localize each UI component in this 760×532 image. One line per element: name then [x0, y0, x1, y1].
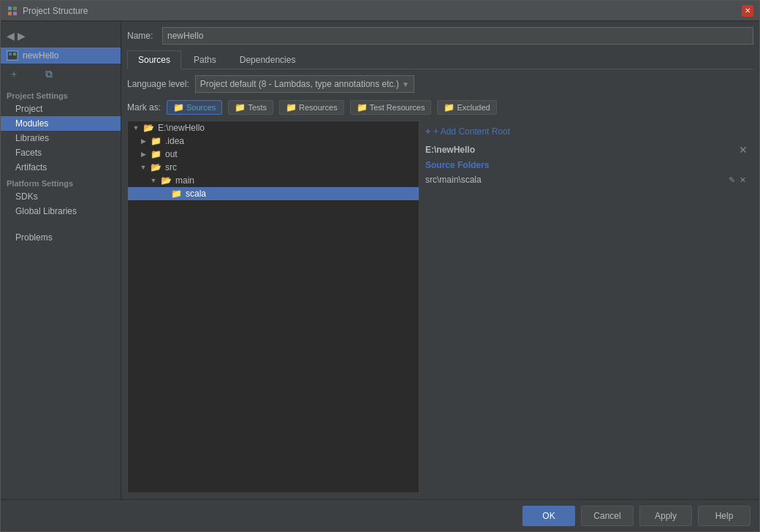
folder-out-icon: 📁 — [150, 149, 162, 159]
folder-main-icon: 📂 — [160, 175, 172, 186]
sidebar-item-problems[interactable]: Problems — [1, 230, 121, 245]
bottom-bar: OK Cancel Apply Help — [1, 499, 759, 531]
sidebar-item-global-libraries[interactable]: Global Libraries — [1, 204, 121, 218]
name-label: Name: — [127, 31, 156, 41]
platform-settings-header: Platform Settings — [1, 175, 121, 189]
close-button[interactable]: ✕ — [742, 5, 753, 17]
sidebar-toolbar: ◀ ▶ — [1, 27, 121, 48]
tree-label-out: out — [165, 149, 178, 159]
titlebar: Project Structure ✕ — [1, 1, 759, 21]
svg-rect-2 — [8, 12, 12, 15]
sidebar: ◀ ▶ newHello + − ⧉ — [1, 21, 121, 499]
project-settings-header: Project Settings — [1, 87, 121, 102]
expand-src-icon[interactable]: ▼ — [138, 162, 148, 172]
dropdown-arrow-icon: ▼ — [402, 80, 409, 88]
tree-label-src: src — [165, 162, 177, 172]
mark-sources-button[interactable]: 📁 Sources — [167, 100, 222, 115]
mark-as-row: Mark as: 📁 Sources 📁 Tests 📁 Resources 📁… — [127, 100, 753, 115]
tab-dependencies[interactable]: Dependencies — [229, 50, 307, 69]
sidebar-item-modules[interactable]: Modules — [1, 116, 121, 131]
main-content: ◀ ▶ newHello + − ⧉ — [1, 21, 759, 499]
mark-resources-button[interactable]: 📁 Resources — [279, 100, 344, 115]
tree-label-main: main — [175, 175, 194, 186]
remove-module-button[interactable]: − — [24, 66, 39, 81]
sidebar-item-libraries[interactable]: Libraries — [1, 131, 121, 145]
expand-root-icon[interactable]: ▼ — [131, 123, 141, 133]
module-name: newHello — [23, 50, 58, 61]
content-root-name: E:\newHello — [425, 145, 475, 155]
content-root-close-button[interactable]: ✕ — [739, 144, 748, 156]
content-split: ▼ 📂 E:\newHello ▶ 📁 .idea ▶ 📁 out — [127, 121, 753, 493]
language-level-row: Language level: Project default (8 - Lam… — [127, 75, 753, 93]
cancel-button[interactable]: Cancel — [581, 506, 634, 526]
mark-as-label: Mark as: — [127, 102, 161, 113]
name-row: Name: — [127, 27, 753, 45]
folder-idea-icon: 📁 — [150, 136, 162, 146]
mark-test-resources-button[interactable]: 📁 Test Resources — [350, 100, 432, 115]
source-folder-item: src\main\scala ✎ ✕ — [425, 173, 748, 186]
plus-icon: + — [425, 126, 430, 137]
folder-excluded-icon: 📁 — [444, 102, 455, 113]
sidebar-item-project[interactable]: Project — [1, 102, 121, 116]
window-icon — [7, 5, 18, 17]
svg-rect-0 — [8, 7, 12, 10]
name-input[interactable] — [162, 27, 753, 45]
tree-label-root: E:\newHello — [158, 123, 205, 133]
sidebar-item-facets[interactable]: Facets — [1, 145, 121, 160]
svg-rect-1 — [13, 7, 17, 10]
ok-button[interactable]: OK — [522, 506, 575, 526]
module-icon — [7, 50, 18, 61]
svg-rect-3 — [13, 12, 17, 15]
sidebar-item-sdks[interactable]: SDKs — [1, 189, 121, 204]
tree-label-scala: scala — [186, 189, 206, 199]
folder-sources-icon: 📁 — [173, 102, 184, 113]
source-folder-actions: ✎ ✕ — [727, 175, 748, 185]
project-structure-window: Project Structure ✕ ◀ ▶ newHell — [0, 0, 760, 532]
tree-item-main[interactable]: ▼ 📂 main — [128, 174, 419, 187]
expand-out-icon[interactable]: ▶ — [138, 149, 148, 159]
mark-excluded-button[interactable]: 📁 Excluded — [437, 100, 496, 115]
forward-icon[interactable]: ▶ — [18, 30, 26, 42]
folder-root-icon: 📂 — [142, 123, 154, 133]
window-title: Project Structure — [23, 6, 742, 16]
file-tree: ▼ 📂 E:\newHello ▶ 📁 .idea ▶ 📁 out — [127, 121, 419, 493]
right-panel: Name: Sources Paths Dependencies Languag… — [121, 21, 759, 499]
expand-main-icon[interactable]: ▼ — [148, 175, 159, 186]
copy-module-button[interactable]: ⧉ — [42, 66, 56, 81]
language-level-value: Project default (8 - Lambdas, type annot… — [200, 79, 399, 89]
folder-src-icon: 📂 — [150, 162, 162, 172]
add-module-button[interactable]: + — [7, 66, 21, 81]
tree-item-root[interactable]: ▼ 📂 E:\newHello — [128, 121, 419, 134]
tab-paths[interactable]: Paths — [183, 50, 227, 69]
folder-tests-icon: 📁 — [235, 102, 246, 113]
mark-tests-button[interactable]: 📁 Tests — [228, 100, 273, 115]
content-root-header: E:\newHello ✕ — [425, 144, 748, 156]
back-icon[interactable]: ◀ — [7, 30, 15, 42]
language-level-select[interactable]: Project default (8 - Lambdas, type annot… — [195, 75, 414, 93]
expand-scala-icon — [159, 189, 169, 199]
add-content-root-button[interactable]: + + Add Content Root — [425, 126, 748, 137]
tree-item-scala[interactable]: 📁 scala — [128, 187, 419, 200]
apply-button[interactable]: Apply — [639, 506, 692, 526]
language-level-label: Language level: — [127, 79, 189, 89]
source-folders-label: Source Folders — [425, 160, 748, 170]
tab-sources[interactable]: Sources — [127, 50, 181, 69]
module-toolbar: + − ⧉ — [1, 64, 121, 87]
tree-item-src[interactable]: ▼ 📂 src — [128, 161, 419, 174]
source-folder-remove-button[interactable]: ✕ — [738, 175, 748, 185]
svg-rect-5 — [9, 53, 12, 56]
tree-item-idea[interactable]: ▶ 📁 .idea — [128, 134, 419, 148]
tree-label-idea: .idea — [165, 136, 184, 146]
source-folder-edit-button[interactable]: ✎ — [727, 175, 737, 185]
tree-item-out[interactable]: ▶ 📁 out — [128, 148, 419, 161]
folder-scala-icon: 📁 — [170, 189, 182, 199]
sidebar-item-artifacts[interactable]: Artifacts — [1, 160, 121, 175]
module-item[interactable]: newHello — [1, 48, 121, 64]
help-button[interactable]: Help — [698, 506, 750, 526]
info-panel: + + Add Content Root E:\newHello ✕ Sourc… — [419, 121, 753, 493]
expand-idea-icon[interactable]: ▶ — [138, 136, 148, 146]
folder-test-resources-icon: 📁 — [357, 102, 368, 113]
source-folder-path: src\main\scala — [425, 175, 482, 185]
folder-resources-icon: 📁 — [286, 102, 297, 113]
svg-rect-6 — [13, 53, 16, 56]
